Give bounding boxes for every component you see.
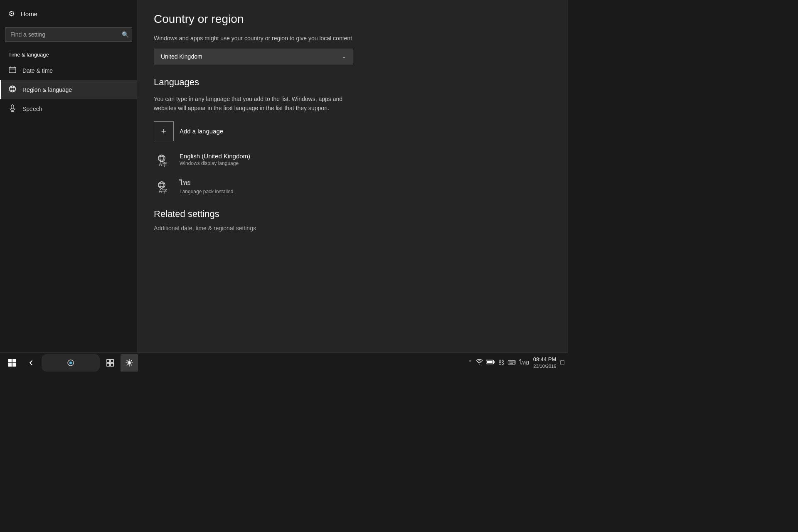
svg-rect-35 [494, 361, 495, 363]
add-icon: + [154, 121, 174, 141]
home-label: Home [21, 10, 37, 17]
languages-description: You can type in any language that you ad… [154, 94, 353, 113]
search-button[interactable]: 🔍 [122, 31, 129, 38]
svg-rect-28 [111, 360, 113, 362]
svg-rect-30 [111, 363, 113, 366]
region-language-label: Region & language [22, 86, 72, 93]
thai-status: Language pack installed [180, 189, 233, 195]
svg-text:A字: A字 [159, 188, 167, 194]
svg-rect-22 [12, 359, 16, 362]
country-dropdown-container: United Kingdom ⌄ [154, 49, 551, 64]
taskbar-right: ⌃ ⛓ ⌨ ไทย 08:44 PM [468, 356, 564, 370]
system-icons: ⌃ ⛓ ⌨ ไทย [468, 358, 529, 367]
selected-country: United Kingdom [161, 53, 202, 60]
settings-taskbar-button[interactable] [121, 354, 138, 372]
main-content: Country or region Windows and apps might… [137, 0, 568, 352]
svg-point-12 [160, 155, 163, 162]
speech-label: Speech [22, 106, 42, 112]
thai-language-icon: A字 [154, 176, 174, 196]
speech-icon [8, 104, 17, 113]
svg-point-26 [69, 362, 72, 364]
keyboard-icon[interactable]: ⌨ [507, 359, 516, 366]
add-language-label: Add a language [180, 128, 223, 135]
search-container: 🔍 [5, 27, 132, 42]
svg-rect-27 [107, 360, 110, 362]
english-uk-info: English (United Kingdom) Windows display… [180, 153, 250, 166]
search-input[interactable] [5, 27, 132, 42]
home-button[interactable]: ⚙ Home [0, 4, 137, 23]
date-time-icon [8, 66, 17, 75]
start-button[interactable] [3, 354, 21, 372]
svg-point-11 [158, 155, 165, 162]
english-uk-name: English (United Kingdom) [180, 153, 250, 160]
svg-point-5 [11, 86, 14, 92]
clock-time: 08:44 PM [533, 356, 557, 363]
list-item[interactable]: A字 ไทย Language pack installed [154, 176, 551, 196]
chevron-up-icon[interactable]: ⌃ [468, 359, 473, 366]
svg-text:A字: A字 [159, 162, 167, 167]
home-icon: ⚙ [8, 9, 15, 18]
sidebar-item-date-time[interactable]: Date & time [0, 61, 137, 80]
svg-rect-0 [9, 67, 16, 73]
svg-rect-23 [8, 363, 12, 367]
clock-date: 23/10/2016 [533, 363, 557, 369]
thai-info: ไทย Language pack installed [180, 178, 233, 195]
country-description: Windows and apps might use your country … [154, 34, 551, 43]
add-language-button[interactable]: + Add a language [154, 121, 551, 141]
sidebar-item-region-language[interactable]: Region & language [0, 80, 137, 99]
sidebar: ⚙ Home 🔍 Time & language Date & time [0, 0, 137, 352]
svg-rect-8 [11, 105, 14, 109]
chevron-down-icon: ⌄ [342, 54, 346, 59]
english-uk-language-icon: A字 [154, 150, 174, 170]
related-settings-link[interactable]: Additional date, time & regional setting… [154, 225, 256, 232]
taskbar-left [3, 354, 138, 372]
country-dropdown[interactable]: United Kingdom ⌄ [154, 49, 353, 64]
sidebar-item-speech[interactable]: Speech [0, 99, 137, 118]
languages-title: Languages [154, 77, 551, 88]
wifi-icon[interactable] [476, 359, 483, 366]
thai-name: ไทย [180, 178, 233, 188]
list-item[interactable]: A字 English (United Kingdom) Windows disp… [154, 150, 551, 170]
cortana-button[interactable] [42, 354, 100, 372]
english-uk-status: Windows display language [180, 160, 250, 166]
region-language-icon [8, 85, 17, 94]
page-title: Country or region [154, 12, 551, 26]
notification-icon[interactable]: □ [560, 359, 564, 366]
svg-rect-21 [8, 359, 12, 362]
battery-icon[interactable] [486, 359, 495, 366]
task-view-button[interactable] [101, 354, 119, 372]
svg-rect-34 [487, 361, 493, 363]
svg-rect-24 [12, 363, 16, 367]
svg-rect-29 [107, 363, 110, 366]
svg-point-17 [160, 182, 163, 188]
date-time-label: Date & time [22, 67, 53, 74]
lang-indicator[interactable]: ไทย [519, 358, 529, 367]
svg-point-4 [10, 86, 16, 92]
svg-point-31 [128, 362, 131, 364]
taskbar: ⌃ ⛓ ⌨ ไทย 08:44 PM [0, 352, 568, 372]
clock[interactable]: 08:44 PM 23/10/2016 [533, 356, 557, 370]
svg-point-16 [158, 182, 165, 188]
back-button[interactable] [22, 354, 40, 372]
section-label: Time & language [0, 46, 137, 61]
related-settings-title: Related settings [154, 209, 551, 219]
link-icon[interactable]: ⛓ [498, 359, 504, 366]
